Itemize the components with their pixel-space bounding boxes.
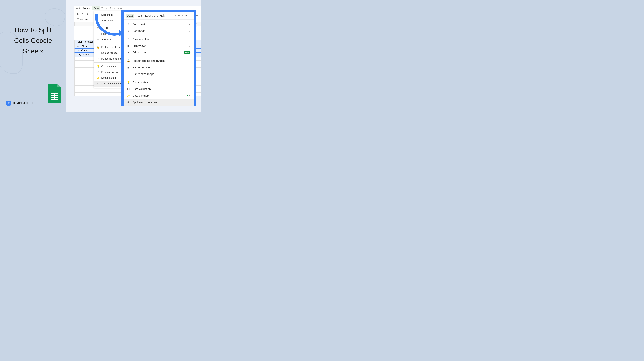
menu-icon: ⊞ (96, 32, 99, 35)
menu-item-te-a-filter[interactable]: ▽te a filter (94, 25, 126, 31)
menu-label: Data validation (132, 87, 151, 91)
menu-item-sort-sheet[interactable]: Sort sheet (94, 12, 126, 18)
menu-item-filter-views[interactable]: ⊞Filter views▶ (124, 42, 194, 49)
valid-icon: ☑ (127, 87, 130, 91)
google-sheets-icon (47, 83, 62, 104)
menu-item-named-ranges[interactable]: ⊞Named ranges (124, 64, 194, 71)
menu-label: Split text to columns (132, 101, 157, 104)
named-icon: ⊞ (127, 66, 130, 69)
menu-label: Filter views (132, 44, 146, 47)
menu-label: Data validation (101, 71, 118, 74)
menu-label: Data cleanup (132, 94, 149, 97)
menu-label: Protect sheets and (101, 46, 122, 49)
toolbar-percent[interactable]: % (81, 12, 83, 15)
menu-item-filter-views[interactable]: ⊞Filter views (94, 31, 126, 37)
menu-item-sort-range[interactable]: ⇅Sort range▶ (124, 27, 194, 34)
menu-data[interactable]: Data (92, 6, 100, 10)
highlighted-menu: Data Tools Extensions Help Last edit was… (122, 10, 196, 106)
menu-separator (94, 43, 126, 43)
menu-label: Named ranges (132, 66, 150, 69)
menu-item-column-stats[interactable]: 💡Column stats (94, 63, 126, 69)
menu-label: Column stats (132, 81, 148, 84)
menu-item-data-cleanup[interactable]: ✨Data cleanup▶ (124, 92, 194, 99)
menu-label: Sort range (101, 19, 113, 22)
split-icon: ⊕ (127, 101, 130, 104)
cleanup-icon: ✨ (127, 94, 130, 97)
toolbar-decimal[interactable]: .0 (86, 12, 88, 15)
last-edit-link[interactable]: Last edit was s (175, 14, 192, 17)
menu-item-split-text-to-columns[interactable]: ⊕Split text to columns (124, 99, 194, 106)
menu-icon: ⊕ (96, 82, 99, 85)
sort-icon: ⇅ (127, 29, 130, 32)
menu-icon: ☑ (96, 70, 99, 74)
hl-menubar: Data Tools Extensions Help Last edit was… (124, 12, 194, 19)
menu-label: Data cleanup (101, 76, 116, 79)
menu-icon: 🔒 (96, 46, 99, 49)
menu-item-data-validation[interactable]: ☑Data validation (124, 86, 194, 92)
toolbar-currency[interactable]: $ (77, 12, 79, 15)
menu-item-create-a-filter[interactable]: ∇Create a filter (124, 36, 194, 42)
menu-label: Sort sheet (132, 23, 145, 26)
logo-badge: T (6, 101, 11, 106)
logo-text: TEMPLATE.NET (12, 101, 37, 105)
menu-label: Filter views (101, 32, 114, 35)
menu-separator (124, 35, 194, 35)
menu-tools[interactable]: Tools (100, 6, 108, 10)
menu-icon: ⊞ (96, 51, 99, 54)
menu-item-protect-sheets-and-ranges[interactable]: 🔒Protect sheets and ranges (124, 57, 194, 64)
menu-separator (124, 56, 194, 57)
slicer-icon: ≡ (127, 51, 130, 54)
menu-label: Sort sheet (101, 13, 112, 16)
views-icon: ⊞ (127, 44, 130, 47)
menu-label: te a filter (101, 27, 111, 30)
menu-item-randomize-range[interactable]: ✕Randomize range (94, 56, 126, 62)
menu-icon: ✨ (96, 76, 99, 79)
bg-data-menu: Sort sheetSort range▽te a filter⊞Filter … (94, 11, 126, 88)
menu-label: Randomize range (101, 57, 121, 60)
menu-item-split-text-to-column[interactable]: ⊕Split text to column (94, 81, 126, 86)
left-panel: How To Split Cells Google Sheets T TEMPL… (0, 0, 66, 112)
menu-label: Randomize range (132, 72, 154, 76)
menu-extensions[interactable]: Extensions (108, 6, 124, 10)
menu-data-active[interactable]: Data (126, 13, 134, 18)
submenu-arrow-icon: ▶ (189, 45, 190, 47)
menu-item-data-cleanup[interactable]: ✨Data cleanup (94, 75, 126, 81)
menu-item-column-stats[interactable]: 💡Column stats (124, 79, 194, 86)
menu-label: Create a filter (132, 38, 149, 41)
menu-item-data-validation[interactable]: ☑Data validation (94, 69, 126, 75)
menu-icon: 💡 (96, 65, 99, 68)
filter-icon: ∇ (127, 38, 130, 41)
menu-item-protect-sheets-and[interactable]: 🔒Protect sheets and (94, 44, 126, 50)
menu-insert[interactable]: sert (74, 6, 82, 10)
menu-label: Sort range (132, 29, 145, 32)
menu-label: Named ranges (101, 51, 118, 54)
menu-separator (94, 24, 126, 24)
template-logo: T TEMPLATE.NET (6, 101, 37, 106)
menu-label: Add a slicer (132, 51, 147, 54)
page-title: How To Split Cells Google Sheets (10, 25, 56, 56)
sort-icon: ⇅ (127, 22, 130, 26)
menu-format[interactable]: Format (82, 6, 92, 10)
submenu-arrow-icon: ▶ (189, 30, 190, 32)
menu-icon: ≡ (96, 38, 99, 41)
menu-icon: ✕ (96, 57, 99, 60)
hl-data-menu: ⇅Sort sheet▶⇅Sort range▶∇Create a filter… (124, 19, 194, 107)
lock-icon: 🔒 (127, 59, 130, 62)
menu-tools[interactable]: Tools (136, 14, 142, 17)
menu-item-randomize-range[interactable]: ✕Randomize range (124, 71, 194, 77)
menu-item-named-ranges[interactable]: ⊞Named ranges (94, 50, 126, 56)
menu-label: Split text to column (101, 82, 122, 85)
menu-help[interactable]: Help (160, 14, 166, 17)
right-panel: sert Format Data Tools Extensions $ % .0… (66, 0, 201, 112)
menu-icon: ▽ (96, 26, 99, 30)
menu-item-add-a-slicer[interactable]: ≡Add a slicerNew (124, 49, 194, 56)
menu-label: Column stats (101, 65, 116, 68)
menu-item-sort-sheet[interactable]: ⇅Sort sheet▶ (124, 21, 194, 27)
submenu-arrow-icon: ▶ (189, 23, 190, 25)
menu-label: Add a slicer (101, 38, 114, 41)
random-icon: ✕ (127, 72, 130, 76)
menu-extensions[interactable]: Extensions (144, 14, 158, 17)
menu-item-add-a-slicer[interactable]: ≡Add a slicer (94, 37, 126, 42)
new-badge: New (184, 51, 190, 54)
menu-item-sort-range[interactable]: Sort range (94, 18, 126, 23)
